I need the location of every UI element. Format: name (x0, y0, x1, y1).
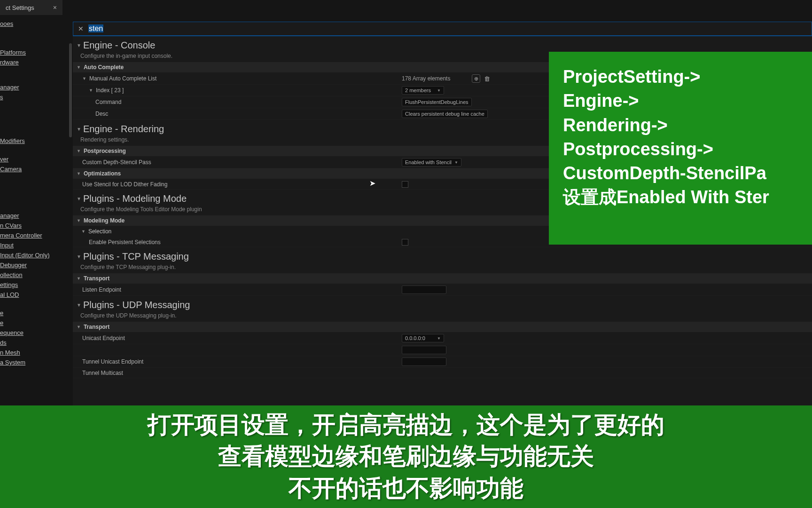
prop-command: Command (73, 99, 402, 105)
sidebar-item[interactable]: Platforms (0, 48, 73, 57)
clear-search-icon[interactable]: ✕ (76, 25, 86, 32)
section-header-udp[interactable]: ▼ Plugins - UDP Messaging (73, 296, 812, 310)
sidebar-item[interactable]: ver (0, 154, 73, 164)
prop-depth-stencil: Custom Depth-Stencil Pass (73, 159, 402, 166)
category-tcp-transport[interactable]: ▼Transport (73, 273, 812, 284)
section-title: Plugins - UDP Messaging (83, 300, 190, 310)
overlay-line: Rendering-> (563, 113, 798, 137)
cursor-icon: ➤ (369, 179, 375, 188)
prop-desc: Desc (73, 111, 402, 117)
subtitle-line: 查看模型边缘和笔刷边缘与功能无关 (148, 441, 664, 473)
sidebar-item[interactable]: mera Controller (0, 230, 73, 240)
depth-stencil-dropdown[interactable]: Enabled with Stencil▼ (402, 158, 461, 167)
listen-endpoint-input[interactable] (402, 286, 446, 294)
caret-down-icon: ▼ (77, 302, 81, 308)
sidebar-item[interactable]: Input (0, 240, 73, 250)
sidebar-item[interactable]: s (0, 92, 73, 102)
caret-down-icon: ▼ (89, 88, 93, 93)
subtitle-line: 打开项目设置，开启高亮描边，这个是为了更好的 (148, 409, 664, 441)
overlay-line: Postprocessing-> (563, 137, 798, 161)
caret-down-icon: ▼ (77, 196, 81, 201)
section-title: Engine - Rendering (83, 124, 164, 135)
tunnel-unicast-input[interactable] (402, 357, 446, 366)
sidebar-item[interactable]: n Mesh (0, 348, 73, 357)
caret-down-icon: ▼ (82, 76, 86, 81)
tab-project-settings[interactable]: ct Settings × (0, 0, 62, 15)
caret-down-icon: ▼ (77, 276, 81, 281)
members-dropdown[interactable]: 2 members▼ (402, 86, 444, 95)
section-title: Plugins - Modeling Mode (83, 193, 187, 204)
overlay-line: CustomDepth-StencilPa (563, 161, 798, 185)
sidebar-item[interactable]: Modifiers (0, 136, 73, 146)
prop-manual-auto-list[interactable]: ▼Manual Auto Complete List (73, 75, 402, 82)
command-input[interactable]: FlushPersistentDebugLines (402, 98, 472, 106)
persistent-sel-checkbox[interactable] (402, 239, 408, 246)
overlay-line: 设置成Enabled With Ster (563, 185, 798, 209)
add-element-icon[interactable]: ⊕ (472, 74, 480, 83)
caret-down-icon: ▼ (77, 218, 81, 223)
section-desc: Configure the TCP Messaging plug-in. (73, 262, 812, 273)
trash-icon[interactable]: 🗑 (484, 75, 490, 82)
prop-persistent-selections: Enable Persistent Selections (73, 239, 402, 246)
chevron-down-icon: ▼ (454, 160, 458, 165)
desc-input[interactable]: Clears persistent debug line cache (402, 110, 488, 118)
overlay-line: ProjectSetting-> (563, 65, 798, 89)
search-bar: ✕ sten (73, 22, 812, 36)
caret-down-icon: ▼ (81, 229, 86, 234)
prop-index[interactable]: ▼Index [ 23 ] (73, 87, 402, 94)
section-header-console[interactable]: ▼ Engine - Console (73, 36, 812, 51)
sidebar-item[interactable]: anager (0, 211, 73, 221)
section-title: Plugins - TCP Messaging (83, 251, 189, 262)
caret-down-icon: ▼ (77, 127, 81, 132)
sidebar-item[interactable]: Camera (0, 164, 73, 174)
stencil-fade-checkbox[interactable] (402, 181, 408, 188)
caret-down-icon: ▼ (77, 171, 81, 176)
caret-down-icon: ▼ (77, 325, 81, 329)
section-header-tcp[interactable]: ▼ Plugins - TCP Messaging (73, 247, 812, 262)
caret-down-icon: ▼ (77, 65, 81, 70)
caret-down-icon: ▼ (77, 149, 81, 153)
overlay-subtitle: 打开项目设置，开启高亮描边，这个是为了更好的 查看模型边缘和笔刷边缘与功能无关 … (0, 405, 812, 508)
prop-tunnel-unicast: Tunnel Unicast Endpoint (73, 358, 402, 365)
overlay-line: Engine-> (563, 89, 798, 113)
sidebar-item[interactable]: e (0, 308, 73, 318)
unicast-dropdown[interactable]: 0.0.0.0:0▼ (402, 334, 444, 342)
prop-stencil-fade: Use Stencil for LOD Dither Fading (73, 181, 402, 188)
scrollbar[interactable] (69, 43, 72, 137)
sidebar-item[interactable]: e (0, 318, 73, 328)
sidebar-item[interactable]: a System (0, 357, 73, 367)
caret-down-icon: ▼ (77, 43, 81, 48)
category-udp-transport[interactable]: ▼Transport (73, 322, 812, 333)
search-input[interactable]: sten (88, 24, 103, 32)
prop-tunnel-multicast: Tunnel Multicast (73, 370, 402, 376)
endpoint-input[interactable] (402, 346, 446, 354)
sidebar-item[interactable]: al LOD (0, 290, 73, 300)
sidebar-item[interactable]: Debugger (0, 260, 73, 270)
prop-unicast-endpoint: Unicast Endpoint (73, 335, 402, 341)
sidebar-item[interactable]: ettings (0, 280, 73, 290)
caret-down-icon: ▼ (77, 254, 81, 259)
sidebar-item[interactable]: n CVars (0, 221, 73, 230)
sidebar-item[interactable]: ollection (0, 270, 73, 280)
section-desc: Configure the UDP Messaging plug-in. (73, 310, 812, 322)
overlay-instructions: ProjectSetting-> Engine-> Rendering-> Po… (549, 52, 812, 245)
sidebar-item[interactable]: rdware (0, 57, 73, 67)
close-icon[interactable]: × (53, 4, 57, 11)
tab-title: ct Settings (6, 4, 34, 11)
sidebar-item[interactable]: Input (Editor Only) (0, 250, 73, 260)
section-title: Engine - Console (83, 40, 155, 51)
prop-listen-endpoint: Listen Endpoint (73, 286, 402, 293)
sidebar-item[interactable]: equence (0, 328, 73, 338)
array-count: 178 Array elements (402, 75, 450, 82)
sidebar-item[interactable]: ds (0, 338, 73, 348)
chevron-down-icon: ▼ (437, 336, 441, 341)
tab-bar: ct Settings × (0, 0, 812, 15)
sidebar-item[interactable]: anager (0, 82, 73, 92)
subtitle-line: 不开的话也不影响功能 (148, 473, 664, 505)
chevron-down-icon: ▼ (437, 88, 441, 93)
sidebar-item[interactable]: ooes (0, 19, 73, 29)
